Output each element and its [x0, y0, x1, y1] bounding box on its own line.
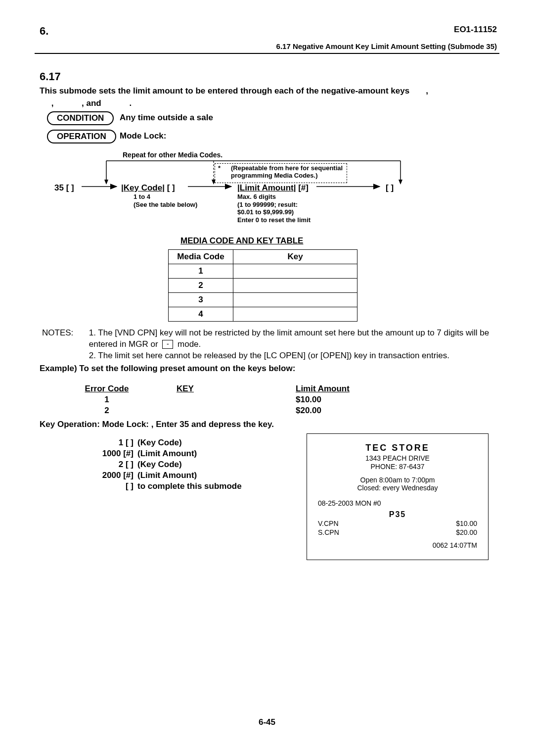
- limit-sub: Max. 6 digits (1 to 999999; result: $0.0…: [237, 193, 361, 224]
- note1-tail: mode.: [178, 339, 201, 349]
- example-row: 1 $10.00: [67, 394, 404, 405]
- ex-r2-c2: [176, 405, 295, 416]
- operation-text: Mode Lock:: [120, 131, 174, 141]
- ex-r2-c1: 2: [67, 405, 176, 416]
- cell-key-4: [233, 307, 357, 322]
- minus-key-icon: -: [162, 340, 173, 349]
- receipt-date: 08-25-2003 MON #0: [318, 499, 477, 507]
- ex-h2: KEY: [177, 384, 194, 393]
- keyop-row: 2000 [#] (Limit Amount): [79, 470, 276, 481]
- keyop-2-desc: (Limit Amount): [137, 448, 276, 459]
- step1-text: 35 [: [54, 183, 69, 192]
- keyop-4-key: 2000 [#]: [79, 470, 137, 481]
- receipt-phone: PHONE: 87-6437: [318, 463, 477, 471]
- cell-code-4: 4: [169, 307, 233, 322]
- notes-body: 1. The [VND CPN] key will not be restric…: [89, 328, 494, 362]
- keyop-row: 1 [ ] (Key Code): [79, 437, 276, 448]
- condition-text: Any time outside a sale: [120, 113, 213, 123]
- keyop-row: [ ] to complete this submode: [79, 481, 276, 492]
- keyop-3-desc: (Key Code): [137, 459, 276, 470]
- intro-mid: ,: [51, 98, 54, 108]
- receipt-l2-left: S.CPN: [318, 528, 339, 537]
- step-end: [ ]: [386, 183, 394, 193]
- example-header-row: Error Code KEY Limit Amount: [67, 383, 404, 394]
- receipt-l1-right: $10.00: [456, 519, 477, 528]
- cell-code-1: 1: [169, 264, 233, 279]
- example-table: Error Code KEY Limit Amount 1 $10.00 2 $…: [67, 383, 404, 416]
- intro-and: , and: [82, 98, 101, 108]
- header-rule: [35, 53, 499, 54]
- intro-text: This submode sets the limit amount to be…: [40, 85, 499, 109]
- keyop-3-key: 2 [ ]: [79, 459, 137, 470]
- repeat-label: Repeat for other Media Codes.: [123, 151, 222, 159]
- header-left: 6.: [40, 25, 48, 38]
- keycode-sub1: 1 to 4: [134, 193, 150, 200]
- table-header-row: Media Code Key: [169, 250, 357, 264]
- table-row: 4: [169, 307, 357, 322]
- cell-key-2: [233, 279, 357, 293]
- receipt-store: TEC STORE: [318, 443, 477, 453]
- repeat-note-text: (Repeatable from here for sequential pro…: [231, 165, 345, 180]
- intro-end: .: [129, 98, 132, 108]
- keyop-1-key: 1 [ ]: [79, 437, 137, 448]
- cell-key-3: [233, 293, 357, 307]
- condition-pill: CONDITION: [47, 111, 114, 125]
- notes-label: NOTES:: [42, 328, 87, 339]
- condition-label: CONDITION: [47, 111, 114, 125]
- keyop-4-desc: (Limit Amount): [137, 470, 276, 481]
- header-doc-id: EO1-11152: [454, 25, 497, 35]
- limit-bracket: [#]: [298, 183, 309, 192]
- media-code-table: Media Code Key 1 2 3 4: [168, 249, 357, 322]
- ex-r2-c3: $20.00: [295, 405, 404, 416]
- th-key: Key: [233, 250, 357, 264]
- step-keycode: |Key Code| [ ]: [121, 183, 175, 193]
- page: 6. EO1-11152 6.17 Negative Amount Key Li…: [0, 0, 534, 756]
- step1-key-bracket: ]: [71, 183, 74, 192]
- note1-text: 1. The [VND CPN] key will not be restric…: [89, 328, 489, 349]
- repeat-note-box: * (Repeatable from here for sequential p…: [215, 163, 347, 183]
- receipt-l1-left: V.CPN: [318, 519, 339, 528]
- receipt-l2-right: $20.00: [456, 528, 477, 537]
- intro-line1: This submode sets the limit amount to be…: [40, 86, 409, 95]
- keyop-5-key: [ ]: [79, 481, 137, 492]
- cell-code-3: 3: [169, 293, 233, 307]
- step-limit: |Limit Amount| [#]: [237, 183, 309, 193]
- svg-marker-4: [104, 180, 108, 185]
- ex-r1-c2: [176, 394, 295, 405]
- keyop-5-desc: to complete this submode: [137, 481, 276, 492]
- cell-key-1: [233, 264, 357, 279]
- keyop-1-desc: (Key Code): [137, 437, 276, 448]
- example-row: 2 $20.00: [67, 405, 404, 416]
- operation-pill: OPERATION: [47, 130, 116, 143]
- svg-marker-2: [399, 180, 402, 185]
- section-num-text: 6.17: [40, 70, 61, 83]
- page-number: 6-45: [0, 717, 534, 727]
- receipt-hours-open: Open 8:00am to 7:00pm: [318, 476, 477, 484]
- receipt-timestamp: 0062 14:07TM: [318, 541, 477, 549]
- receipt-line: S.CPN $20.00: [318, 528, 477, 537]
- receipt-mode: P35: [318, 510, 477, 519]
- ex-h1: Error Code: [85, 384, 129, 393]
- note-asterisk: *: [218, 165, 221, 172]
- ex-r1-c1: 1: [67, 394, 176, 405]
- cell-code-2: 2: [169, 279, 233, 293]
- operation-label: OPERATION: [47, 130, 116, 143]
- keycode-label: Key Code: [124, 183, 162, 192]
- operation-text-value: Mode Lock:: [120, 131, 166, 141]
- ex-h3: Limit Amount: [296, 384, 350, 393]
- note2-text: 2. The limit set here cannot be released…: [89, 351, 449, 360]
- table-row: 2: [169, 279, 357, 293]
- table-row: 1: [169, 264, 357, 279]
- keyop-2-key: 1000 [#]: [79, 448, 137, 459]
- keycode-bracket: [ ]: [167, 183, 175, 192]
- step-35: 35 [ ]: [54, 183, 74, 193]
- keycode-sub: 1 to 4 (See the table below): [134, 193, 197, 208]
- header-subtitle: 6.17 Negative Amount Key Limit Amount Se…: [276, 42, 497, 50]
- notes-block: NOTES: 1. The [VND CPN] key will not be …: [42, 328, 497, 362]
- media-table-title: MEDIA CODE AND KEY TABLE: [180, 236, 303, 246]
- keycode-sub2: (See the table below): [134, 201, 197, 208]
- receipt-hours-closed: Closed: every Wednesday: [318, 484, 477, 492]
- th-media-code: Media Code: [169, 250, 233, 264]
- end-bracket: [ ]: [386, 183, 394, 192]
- key-operation-steps: 1 [ ] (Key Code) 1000 [#] (Limit Amount)…: [79, 437, 276, 492]
